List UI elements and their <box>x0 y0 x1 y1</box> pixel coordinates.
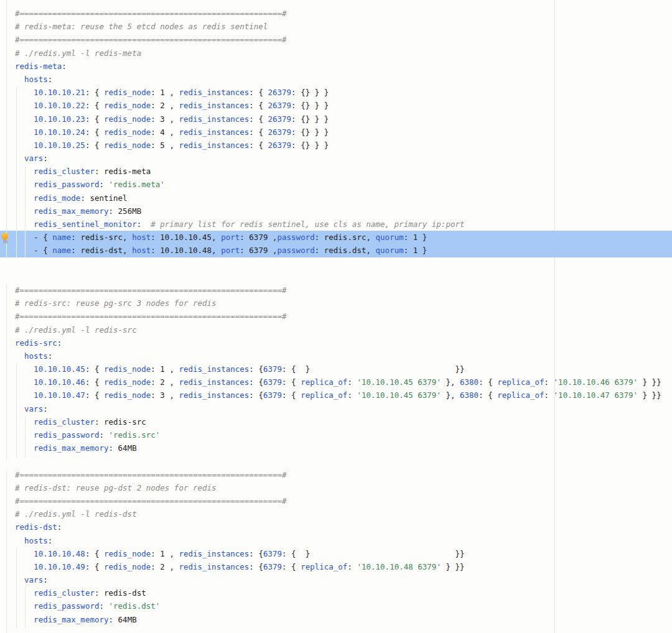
yaml-text: : 1 , <box>151 549 179 558</box>
yaml-key: redis_max_memory <box>34 206 108 216</box>
yaml-text: : 2 , <box>151 101 179 110</box>
comment-text: # redis-meta: reuse the 5 etcd nodes as … <box>15 22 268 31</box>
yaml-text: : { <box>85 390 104 400</box>
code-line[interactable]: redis-meta: <box>15 60 672 73</box>
code-line[interactable]: hosts: <box>15 534 672 547</box>
code-line[interactable]: - { name: redis-src, host: 10.10.10.45, … <box>15 231 672 244</box>
code-line[interactable]: # ./redis.yml -l redis-meta <box>15 47 672 60</box>
yaml-text <box>15 443 34 453</box>
yaml-text: : {} } } <box>291 101 329 110</box>
yaml-text: : <box>99 430 108 440</box>
yaml-text: : <box>347 377 357 387</box>
yaml-text: : redis-meta <box>95 167 151 176</box>
code-line[interactable]: # ./redis.yml -l redis-dst <box>15 507 672 520</box>
code-line[interactable]: 10.10.10.24: { redis_node: 4 , redis_ins… <box>15 126 672 139</box>
code-line[interactable]: redis_cluster: redis-src <box>15 415 672 428</box>
yaml-text <box>15 219 34 229</box>
code-line[interactable]: redis_max_memory: 256MB <box>15 205 672 218</box>
yaml-key: 10.10.10.21 <box>34 88 85 97</box>
yaml-key: password <box>278 246 315 255</box>
yaml-key: host <box>132 246 151 255</box>
yaml-key: redis_sentinel_monitor <box>34 219 137 229</box>
code-line[interactable]: 10.10.10.21: { redis_node: 1 , redis_ins… <box>15 86 672 99</box>
code-line[interactable]: vars: <box>15 402 672 415</box>
code-line[interactable] <box>15 257 672 270</box>
yaml-text: : <box>347 390 357 400</box>
code-line[interactable]: 10.10.10.25: { redis_node: 5 , redis_ins… <box>15 139 672 152</box>
code-line[interactable]: vars: <box>15 152 672 165</box>
code-line[interactable]: redis_mode: sentinel <box>15 192 672 205</box>
yaml-key: replica_of <box>301 377 347 387</box>
code-line[interactable]: #=======================================… <box>15 310 672 323</box>
code-line[interactable]: redis_cluster: redis-dst <box>15 586 672 599</box>
code-line[interactable]: 10.10.10.48: { redis_node: 1 , redis_ins… <box>15 547 672 560</box>
yaml-text <box>15 167 34 176</box>
code-line[interactable]: # ./redis.yml -l redis-src <box>15 323 672 336</box>
code-line[interactable]: redis-src: <box>15 336 672 349</box>
code-line[interactable]: 10.10.10.23: { redis_node: 3 , redis_ins… <box>15 113 672 126</box>
yaml-text: : redis-src, <box>71 233 132 242</box>
code-line[interactable]: 10.10.10.46: { redis_node: 2 , redis_ins… <box>15 376 672 389</box>
code-line[interactable]: #=======================================… <box>15 33 672 46</box>
code-line[interactable]: # redis-meta: reuse the 5 etcd nodes as … <box>15 20 672 33</box>
code-line[interactable]: 10.10.10.22: { redis_node: 2 , redis_ins… <box>15 99 672 112</box>
yaml-key: redis_instances <box>179 562 249 571</box>
comment-text: #=======================================… <box>15 312 287 321</box>
code-line[interactable]: # redis-dst: reuse pg-dst 2 nodes for re… <box>15 481 672 494</box>
yaml-key: replica_of <box>497 377 544 387</box>
code-line[interactable]: redis_password: 'redis.dst' <box>15 599 672 612</box>
code-line[interactable]: #=======================================… <box>15 7 672 20</box>
code-line[interactable]: vars: <box>15 573 672 586</box>
yaml-key: hosts <box>24 75 48 84</box>
code-line[interactable]: 10.10.10.45: { redis_node: 1 , redis_ins… <box>15 363 672 376</box>
yaml-text <box>15 562 34 571</box>
yaml-text: }, <box>441 377 460 387</box>
code-line[interactable]: 10.10.10.49: { redis_node: 2 , redis_ins… <box>15 560 672 573</box>
code-line[interactable] <box>15 455 672 468</box>
code-line[interactable]: #=======================================… <box>15 494 672 507</box>
code-line[interactable]: - { name: redis-dst, host: 10.10.10.48, … <box>15 244 672 257</box>
code-line[interactable]: redis-dst: <box>15 520 672 534</box>
code-line[interactable]: hosts: <box>15 73 672 86</box>
code-line[interactable]: #=======================================… <box>15 284 672 297</box>
code-line[interactable]: redis_max_memory: 64MB <box>15 613 672 626</box>
code-line[interactable]: # redis-src: reuse pg-src 3 nodes for re… <box>15 297 672 310</box>
yaml-key: redis-src <box>15 338 57 348</box>
yaml-text: } }} <box>441 562 465 571</box>
code-line[interactable]: 10.10.10.47: { redis_node: 3 , redis_ins… <box>15 389 672 402</box>
yaml-text: : redis-dst <box>95 588 146 598</box>
yaml-text: : { <box>249 549 263 558</box>
yaml-text <box>15 193 34 203</box>
code-line[interactable]: redis_cluster: redis-meta <box>15 165 672 178</box>
yaml-text <box>15 75 24 84</box>
code-line[interactable] <box>15 270 672 284</box>
yaml-text <box>15 206 34 216</box>
yaml-key: 6379 <box>263 562 282 571</box>
yaml-text: : <box>48 536 53 545</box>
yaml-text <box>15 377 34 387</box>
code-area[interactable]: #=======================================… <box>0 0 672 626</box>
yaml-text: : { <box>282 562 301 571</box>
yaml-key: redis_max_memory <box>34 443 108 453</box>
yaml-key: redis_node <box>104 101 151 110</box>
yaml-text: : { <box>85 127 104 137</box>
code-line[interactable]: redis_sentinel_monitor: # primary list f… <box>15 218 672 231</box>
code-line[interactable]: redis_max_memory: 64MB <box>15 441 672 455</box>
yaml-text: : { <box>249 562 263 571</box>
code-line[interactable]: #=======================================… <box>15 468 672 481</box>
yaml-text: : { <box>249 377 263 387</box>
yaml-key: redis-dst <box>15 522 57 532</box>
yaml-text <box>15 154 24 163</box>
yaml-key: 26379 <box>268 127 291 137</box>
code-editor[interactable]: #=======================================… <box>0 0 672 633</box>
yaml-text: : {} } } <box>291 141 329 150</box>
yaml-key: redis_cluster <box>34 417 95 427</box>
yaml-key: redis_instances <box>179 377 249 387</box>
comment-text: #=======================================… <box>15 9 287 18</box>
yaml-text: : 5 , <box>151 141 179 150</box>
yaml-text: : <box>43 575 48 584</box>
code-line[interactable]: redis_password: 'redis.src' <box>15 428 672 441</box>
code-line[interactable]: redis_password: 'redis.meta' <box>15 178 672 191</box>
code-line[interactable]: hosts: <box>15 349 672 363</box>
yaml-text: : 10.10.10.48, <box>151 246 221 255</box>
